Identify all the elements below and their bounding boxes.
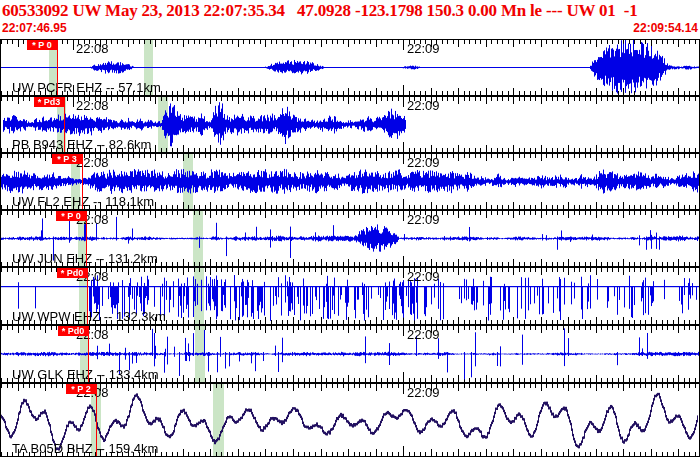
p-pick-label[interactable]: * P 0 [27,40,57,50]
trace-panel[interactable]: 22:08 22:09 * P 3 UW FL2 EHZ -- 118.1km [0,153,700,210]
station-label: PB B943 EHZ -- 82.6km [12,137,151,152]
minute-time-label: 22:09 [407,98,440,113]
p-pick-label[interactable]: * Pd3 [34,97,64,107]
trace-panel[interactable]: 22:08 22:09 * Pd3 PB B943 EHZ -- 82.6km [0,96,700,153]
station-label: UW GLK EHZ -- 133.4km [12,367,159,382]
event-header: 60533092 UW May 23, 2013 22:07:35.34 47.… [2,0,700,20]
minute-time-label: 22:09 [407,269,440,284]
window-start-time: 22:07:46.95 [2,21,67,37]
station-label: UW WPW EHZ -- 132.3km [12,309,166,324]
p-pick-label[interactable]: * Pd0 [57,268,87,278]
p-pick-label[interactable]: * P 3 [52,154,82,164]
p-pick-line[interactable] [64,97,65,152]
window-end-time: 22:09:54.14 [633,21,698,37]
time-window-bar: 22:07:46.95 22:09:54.14 [2,21,698,37]
minute-time-label: 22:08 [76,98,109,113]
trace-panel[interactable]: 22:08 22:09 * P 0 UW JUN EHZ -- 131.2km [0,210,700,267]
minute-time-label: 22:09 [407,385,440,400]
minute-time-label: 22:09 [407,327,440,342]
trace-panel[interactable]: 22:08 22:09 * P 0 UW PCFR EHZ -- 57.1km [0,39,700,96]
p-pick-label[interactable]: * P 0 [56,211,86,221]
p-pick-line[interactable] [86,211,87,266]
minute-time-label: 22:09 [407,212,440,227]
station-label: UW JUN EHZ -- 131.2km [12,251,158,266]
station-label: UW FL2 EHZ -- 118.1km [12,194,154,209]
p-pick-line[interactable] [57,40,58,95]
p-pick-label[interactable]: * P 2 [66,384,96,394]
p-pick-line[interactable] [96,384,97,456]
trace-panel[interactable]: 22:08 22:09 * Pd0 UW GLK EHZ -- 133.4km [0,325,700,383]
trace-list: 22:08 22:09 * P 0 UW PCFR EHZ -- 57.1km … [0,39,700,457]
station-label: TA B05D BHZ -- 159.4km [12,441,158,456]
p-pick-label[interactable]: * Pd0 [58,326,88,336]
minute-time-label: 22:09 [407,41,440,56]
p-pick-line[interactable] [88,326,89,382]
trace-panel[interactable]: 22:08 22:09 * P 2 TA B05D BHZ -- 159.4km [0,383,700,457]
p-pick-line[interactable] [87,268,88,324]
trace-panel[interactable]: 22:08 22:09 * Pd0 UW WPW EHZ -- 132.3km [0,267,700,325]
station-label: UW PCFR EHZ -- 57.1km [12,80,161,95]
minute-time-label: 22:09 [407,155,440,170]
p-pick-line[interactable] [82,154,83,209]
minute-time-label: 22:08 [76,41,109,56]
